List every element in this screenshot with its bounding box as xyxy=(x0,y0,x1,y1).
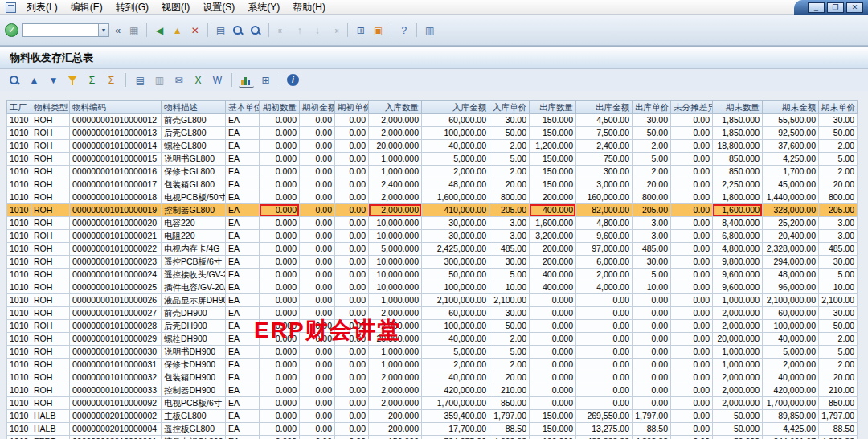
table-row[interactable]: 1010HALB000000002010000004遥控板GL800EA0.00… xyxy=(7,423,858,436)
table-cell: 200.000 xyxy=(369,423,422,436)
menu-item[interactable]: 转到(G) xyxy=(109,0,155,14)
table-cell: 30.00 xyxy=(489,114,530,127)
table-row[interactable]: 1010ROH000000001010000023遥控PCB板/6寸EA0.00… xyxy=(7,256,858,269)
column-header[interactable]: 期初数量 xyxy=(260,101,300,114)
layout-grid-icon[interactable]: ⊞ xyxy=(258,73,273,88)
mail-icon[interactable]: ✉ xyxy=(171,73,186,88)
column-header[interactable]: 出库数量 xyxy=(530,101,576,114)
enter-button[interactable]: ✓ xyxy=(5,23,18,37)
page-title: 物料收发存汇总表 xyxy=(0,46,868,69)
table-row[interactable]: 1010ROH000000001010000024遥控接收头/GV-20AEA0… xyxy=(7,269,858,281)
restore-button[interactable]: ❐ xyxy=(827,2,844,13)
table-cell: 50.00 xyxy=(819,320,858,333)
column-header[interactable]: 物料类型 xyxy=(31,101,70,114)
table-row[interactable]: 1010ROH000000001010000027前壳DH900EA0.0000… xyxy=(7,307,858,320)
column-header[interactable]: 期初金额 xyxy=(300,101,335,114)
table-row[interactable]: 1010ROH000000001010000026液晶显示屏DH900EA0.0… xyxy=(7,294,858,307)
menu-item[interactable]: 设置(S) xyxy=(196,0,241,14)
info-icon[interactable]: i xyxy=(287,74,299,86)
table-row[interactable]: 1010ROH000000001010000033控制器DH900EA0.000… xyxy=(7,384,858,397)
table-cell: 1,850.000 xyxy=(713,114,763,127)
collapse-toolbar-icon[interactable]: « xyxy=(113,24,123,36)
table-row[interactable]: 1010ROH000000001010000014螺栓GL800EA0.0000… xyxy=(7,140,858,153)
page-down-icon[interactable]: ↓ xyxy=(309,23,325,38)
table-row[interactable]: 1010ROH000000001010000012前壳GL800EA0.0000… xyxy=(7,114,858,127)
table-row[interactable]: 1010FERT000000003010000001液晶电视GL800EA0.0… xyxy=(7,436,858,439)
minimize-button[interactable]: _ xyxy=(808,2,825,13)
subtotal-icon[interactable]: Σ xyxy=(104,73,119,88)
sort-descending-icon[interactable]: ▼ xyxy=(46,73,61,88)
table-cell: 5,000.00 xyxy=(763,346,819,359)
print-preview-icon[interactable]: ▤ xyxy=(133,73,148,88)
chart-icon[interactable] xyxy=(239,73,254,88)
table-cell: 3,200.000 xyxy=(530,230,576,243)
create-shortcut-icon[interactable]: ▣ xyxy=(371,23,386,38)
exit-icon[interactable]: ▲ xyxy=(170,23,185,38)
table-row[interactable]: 1010ROH000000001010000017包装箱GL800EA0.000… xyxy=(7,178,858,191)
customize-layout-icon[interactable]: ▥ xyxy=(422,23,437,38)
column-header[interactable]: 入库单价 xyxy=(489,101,530,114)
table-row[interactable]: 1010ROH000000001010000025插件电容/GV-20AEA0.… xyxy=(7,281,858,294)
new-session-icon[interactable]: ⊞ xyxy=(353,23,368,38)
cancel-icon[interactable]: ✕ xyxy=(187,23,203,38)
column-header[interactable]: 基本单位 xyxy=(226,101,260,114)
sort-ascending-icon[interactable]: ▲ xyxy=(27,73,42,88)
column-header[interactable]: 期末金额 xyxy=(763,101,819,114)
filter-icon[interactable] xyxy=(65,73,80,88)
find-icon[interactable] xyxy=(231,23,246,38)
back-icon[interactable]: ◀ xyxy=(152,23,167,38)
print-icon[interactable]: ▤ xyxy=(213,23,228,38)
close-button[interactable]: ✕ xyxy=(846,2,863,13)
menu-item[interactable]: 视图(I) xyxy=(155,0,196,14)
find-next-icon[interactable] xyxy=(248,23,264,38)
command-input[interactable] xyxy=(23,24,98,36)
table-row[interactable]: 1010ROH000000001010000018电视PCB板/50寸EA0.0… xyxy=(7,191,858,204)
table-cell: 17,700.00 xyxy=(422,423,489,436)
local-file-icon[interactable]: ▥ xyxy=(152,73,167,88)
sum-icon[interactable]: Σ xyxy=(84,73,100,88)
table-row[interactable]: 1010ROH000000001010000019控制器GL800EA0.000… xyxy=(7,204,858,217)
column-header[interactable]: 期初单价 xyxy=(335,101,369,114)
table-row[interactable]: 1010HALB000000002010000002主板GL800EA0.000… xyxy=(7,410,858,423)
save-icon[interactable]: ▦ xyxy=(126,23,141,38)
table-row[interactable]: 1010ROH000000001010000030说明书DH900EA0.000… xyxy=(7,346,858,359)
table-row[interactable]: 1010ROH000000001010000028后壳DH900EA0.0000… xyxy=(7,320,858,333)
column-header[interactable]: 期末数量 xyxy=(713,101,763,114)
spreadsheet-icon[interactable]: X xyxy=(190,73,206,88)
table-row[interactable]: 1010ROH000000001010000022电视内存卡/4GEA0.000… xyxy=(7,243,858,256)
details-icon[interactable] xyxy=(7,73,23,88)
column-header[interactable]: 出库金额 xyxy=(576,101,633,114)
menu-item[interactable]: 编辑(E) xyxy=(64,0,109,14)
table-row[interactable]: 1010ROH000000001010000016保修卡GL800EA0.000… xyxy=(7,166,858,178)
column-header[interactable]: 物料编码 xyxy=(70,101,162,114)
help-icon[interactable]: ? xyxy=(396,23,411,38)
column-header[interactable]: 期末单价 xyxy=(819,101,858,114)
table-row[interactable]: 1010ROH000000001010000015说明书GL800EA0.000… xyxy=(7,153,858,166)
table-row[interactable]: 1010ROH000000001010000031保修卡DH900EA0.000… xyxy=(7,359,858,371)
menu-item[interactable]: 系统(Y) xyxy=(241,0,286,14)
table-cell: ROH xyxy=(31,230,70,243)
column-header[interactable]: 工厂 xyxy=(7,101,31,114)
table-cell: 000000001010000015 xyxy=(70,153,162,166)
table-row[interactable]: 1010ROH000000001010000013后壳GL800EA0.0000… xyxy=(7,127,858,140)
last-page-icon[interactable]: ⇥ xyxy=(327,23,342,38)
menu-item[interactable]: 帮助(H) xyxy=(286,0,332,14)
table-cell: 1010 xyxy=(7,127,31,140)
table-row[interactable]: 1010ROH000000001010000032包装箱DH900EA0.000… xyxy=(7,371,858,384)
column-header[interactable]: 出库单价 xyxy=(633,101,671,114)
word-icon[interactable]: W xyxy=(210,73,225,88)
column-header[interactable]: 入库金额 xyxy=(422,101,489,114)
column-header[interactable]: 未分摊差异 xyxy=(671,101,713,114)
column-header[interactable]: 物料描述 xyxy=(162,101,226,114)
table-cell: EA xyxy=(226,371,260,384)
command-dropdown-icon[interactable]: ▼ xyxy=(98,24,108,36)
table-row[interactable]: 1010ROH000000001010000020电容220EA0.0000.0… xyxy=(7,217,858,230)
table-row[interactable]: 1010ROH000000001010000021电阻220EA0.0000.0… xyxy=(7,230,858,243)
table-row[interactable]: 1010ROH000000001010000029螺栓DH900EA0.0000… xyxy=(7,333,858,346)
table-cell: 1010 xyxy=(7,333,31,346)
page-up-icon[interactable]: ↑ xyxy=(292,23,307,38)
first-page-icon[interactable]: ⇤ xyxy=(274,23,289,38)
menu-item[interactable]: 列表(L) xyxy=(20,0,64,14)
column-header[interactable]: 入库数量 xyxy=(369,101,422,114)
table-row[interactable]: 1010ROH000000001010000092电视PCB板/6寸EA0.00… xyxy=(7,397,858,410)
